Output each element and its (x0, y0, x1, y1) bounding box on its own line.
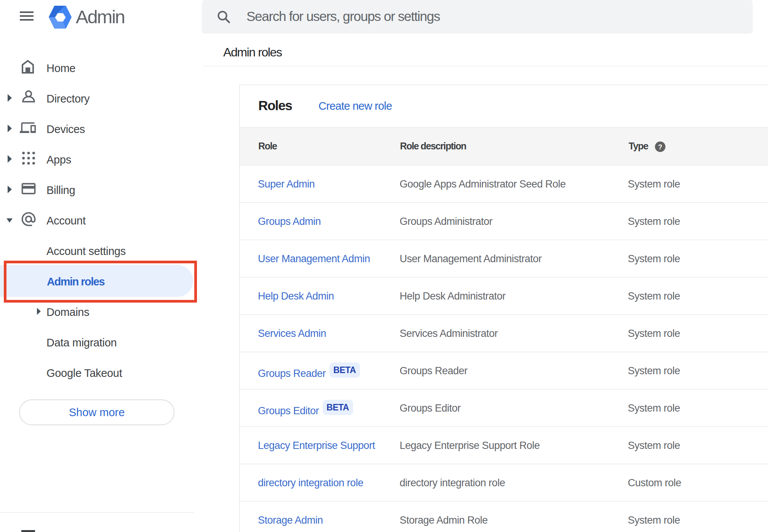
svg-text:?: ? (658, 143, 662, 151)
